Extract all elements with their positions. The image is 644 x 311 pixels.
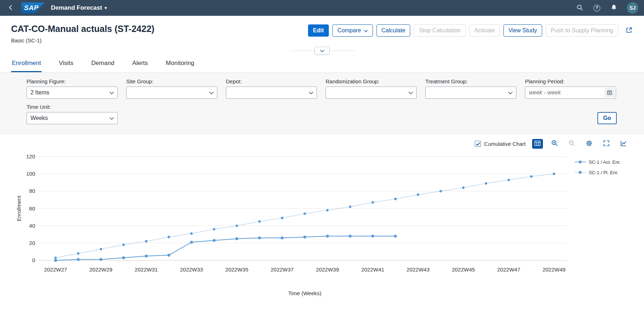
svg-text:2022W43: 2022W43	[407, 266, 430, 273]
gear-icon	[586, 140, 593, 148]
chart-area: 0204060801001202022W272022W292022W312022…	[0, 150, 644, 306]
chevron-down-icon	[109, 89, 114, 96]
back-button[interactable]	[7, 4, 15, 13]
svg-text:2022W33: 2022W33	[180, 266, 203, 273]
chevron-down-icon	[309, 89, 313, 96]
filter-bar: Planning Figure: 2 Items Site Group: Dep…	[0, 73, 644, 134]
planning-period-label: Planning Period:	[525, 78, 616, 84]
svg-text:40: 40	[29, 223, 35, 229]
svg-text:2022W47: 2022W47	[497, 266, 520, 273]
tab-bar: Enrollment Visits Demand Alerts Monitori…	[0, 56, 644, 73]
go-button[interactable]: Go	[597, 112, 617, 124]
chevron-down-icon	[408, 89, 413, 96]
edit-button[interactable]: Edit	[308, 24, 329, 37]
planning-figure-select[interactable]: 2 Items	[27, 87, 118, 99]
svg-text:SC-1 / Act. Enr.: SC-1 / Act. Enr.	[589, 159, 621, 165]
search-button[interactable]	[576, 3, 584, 13]
view-study-button[interactable]: View Study	[503, 24, 542, 37]
share-icon	[625, 27, 633, 35]
calendar-icon[interactable]	[605, 88, 615, 97]
planning-figure-label: Planning Figure:	[27, 78, 118, 84]
table-view-button[interactable]	[532, 139, 543, 149]
svg-text:2022W39: 2022W39	[316, 266, 339, 273]
treatment-group-label: Treatment Group:	[425, 78, 516, 84]
chevron-down-icon	[209, 89, 214, 96]
app-title-menu[interactable]: Demand Forecast ▾	[51, 4, 107, 11]
svg-text:2022W31: 2022W31	[135, 266, 158, 273]
chart-type-icon	[620, 140, 627, 148]
chevron-down-icon	[320, 48, 325, 54]
settings-button[interactable]	[584, 139, 595, 149]
zoom-out-button[interactable]	[567, 139, 577, 149]
chevron-left-icon	[8, 4, 14, 12]
avatar-initials: SJ	[629, 5, 635, 11]
stop-calculation-button[interactable]: Stop Calculation	[414, 24, 466, 37]
time-unit-select[interactable]: Weeks	[27, 112, 118, 124]
help-icon: ?	[593, 5, 600, 11]
site-group-select[interactable]	[126, 87, 217, 99]
sap-logo: SAP	[22, 3, 44, 13]
svg-text:2022W37: 2022W37	[271, 266, 294, 273]
planning-period-input[interactable]: week - week	[525, 87, 616, 99]
activate-button[interactable]: Activate	[469, 24, 500, 37]
share-button[interactable]	[625, 26, 633, 36]
chevron-down-icon	[508, 89, 513, 96]
page-header: CAT-CO-Manual actuals (ST-2422) Basic (S…	[0, 16, 644, 43]
svg-text:2022W27: 2022W27	[44, 266, 67, 273]
randomization-group-select[interactable]	[326, 87, 417, 99]
collapse-header-button[interactable]	[314, 47, 330, 55]
compare-button[interactable]: Compare	[332, 24, 373, 37]
chevron-down-icon	[109, 115, 114, 121]
site-group-label: Site Group:	[126, 78, 217, 84]
fullscreen-button[interactable]	[601, 139, 612, 149]
svg-text:100: 100	[26, 171, 35, 177]
compare-label: Compare	[337, 27, 361, 34]
cumulative-chart-label: Cumulative Chart	[484, 141, 526, 147]
svg-text:2022W41: 2022W41	[361, 266, 384, 273]
svg-text:2022W29: 2022W29	[89, 266, 112, 273]
table-view-icon	[534, 140, 541, 147]
tab-enrollment[interactable]: Enrollment	[11, 56, 42, 72]
zoom-in-icon	[551, 140, 558, 148]
page-title: CAT-CO-Manual actuals (ST-2422)	[11, 24, 155, 34]
tab-monitoring[interactable]: Monitoring	[165, 56, 195, 72]
chart-toolbar: Cumulative Chart	[0, 134, 644, 150]
time-unit-label: Time Unit:	[27, 104, 118, 110]
randomization-group-label: Randomization Group:	[326, 78, 417, 84]
header-actions: Edit Compare Calculate Stop Calculation …	[308, 24, 633, 37]
chevron-down-icon: ▾	[105, 6, 107, 10]
svg-text:SC-1 / Pl. Enr.: SC-1 / Pl. Enr.	[589, 170, 618, 175]
planning-period-placeholder: week - week	[529, 89, 561, 96]
cumulative-chart-toggle[interactable]: Cumulative Chart	[475, 141, 526, 147]
help-button[interactable]: ?	[593, 4, 601, 12]
chevron-down-icon	[364, 27, 368, 34]
avatar[interactable]: SJ	[627, 2, 638, 14]
bell-icon	[610, 4, 617, 12]
depot-label: Depot:	[226, 78, 317, 84]
enrollment-chart: 0204060801001202022W272022W292022W312022…	[0, 150, 644, 305]
notifications-button[interactable]	[610, 3, 618, 13]
cumulative-chart-checkbox[interactable]	[475, 141, 481, 147]
tab-demand[interactable]: Demand	[91, 56, 115, 72]
depot-select[interactable]	[226, 87, 317, 99]
zoom-out-icon	[568, 140, 576, 148]
tab-alerts[interactable]: Alerts	[132, 56, 148, 72]
fullscreen-icon	[603, 140, 610, 148]
svg-text:2022W35: 2022W35	[225, 266, 248, 273]
svg-text:2022W45: 2022W45	[452, 266, 475, 273]
svg-text:2022W49: 2022W49	[543, 266, 565, 273]
header-collapse-row	[0, 46, 644, 55]
svg-text:60: 60	[29, 205, 35, 212]
push-to-supply-planning-button[interactable]: Push to Supply Planning	[546, 24, 618, 37]
svg-text:20: 20	[29, 240, 35, 246]
svg-text:Time (Weeks): Time (Weeks)	[288, 290, 322, 296]
calculate-button[interactable]: Calculate	[377, 24, 411, 37]
svg-text:80: 80	[29, 188, 35, 194]
svg-text:0: 0	[32, 257, 35, 263]
tab-visits[interactable]: Visits	[58, 56, 74, 72]
treatment-group-select[interactable]	[425, 87, 516, 99]
app-title: Demand Forecast	[51, 4, 102, 11]
chart-type-button[interactable]	[618, 139, 629, 149]
zoom-in-button[interactable]	[549, 139, 560, 149]
shell-bar: SAP Demand Forecast ▾ ? SJ	[0, 0, 644, 16]
